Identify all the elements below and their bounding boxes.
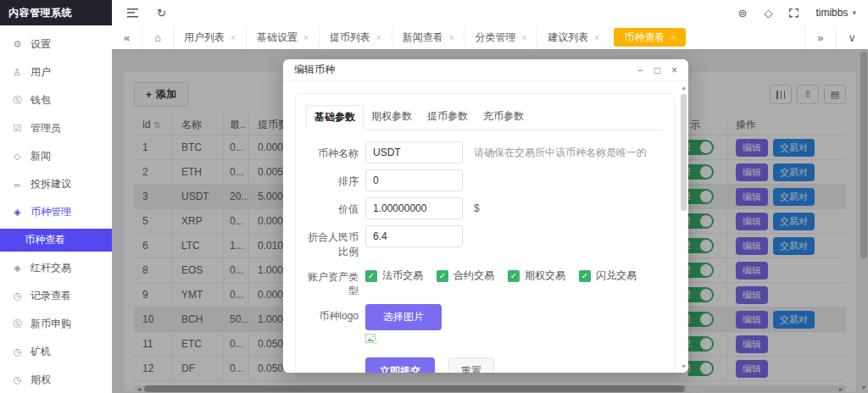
checkbox-label: 法币交易 <box>382 268 423 283</box>
checkbox-label: 期权交易 <box>525 268 565 283</box>
close-icon[interactable]: × <box>671 65 677 75</box>
cny-ratio-input[interactable] <box>365 225 463 247</box>
theme-icon[interactable]: ⊚ <box>738 7 748 19</box>
tab-label: 提币列表 <box>330 30 370 45</box>
tag-icon[interactable]: ◇ <box>764 7 772 19</box>
record-view-icon: ◷ <box>11 291 24 302</box>
asset-type-option[interactable]: ✓法币交易 <box>365 268 423 283</box>
sidebar-item-miner[interactable]: ◷矿机 <box>0 338 112 366</box>
modal-title: 编辑币种 <box>294 63 335 77</box>
field-label-asset-types: 账户资产类型 <box>306 265 359 299</box>
tabs-forward-icon[interactable]: » <box>804 25 835 49</box>
sidebar-item-label: 新闻 <box>31 149 51 163</box>
tabs-back-icon[interactable]: « <box>112 25 142 49</box>
sidebar-item-record-view[interactable]: ◷记录查看 <box>0 282 112 310</box>
checkbox-checked-icon[interactable]: ✓ <box>579 270 591 282</box>
checkbox-checked-icon[interactable]: ✓ <box>437 270 448 282</box>
modal-scrollbar[interactable]: ▴ ▾ <box>680 82 687 372</box>
modal-scroll-down-icon[interactable]: ▾ <box>680 363 687 370</box>
sidebar-item-coin-view[interactable]: 币种查看 <box>0 229 112 252</box>
tabbar-tabs: 用户列表×基础设置×提币列表×新闻查看×分类管理×建议列表×币种查看× <box>174 25 689 49</box>
tab-基础设置[interactable]: 基础设置× <box>247 25 320 49</box>
tab-label: 用户列表 <box>184 30 225 45</box>
tab-label: 币种查看 <box>624 30 665 45</box>
modal-tab-期权参数[interactable]: 期权参数 <box>364 105 420 130</box>
edit-coin-modal: 编辑币种 − □ × 基础参数期权参数提币参数充币参数 币种名称 请确保在交易所… <box>283 59 688 373</box>
tab-用户列表[interactable]: 用户列表× <box>174 25 247 49</box>
suggestions-icon: ∞ <box>11 180 24 190</box>
minimize-icon[interactable]: − <box>637 65 643 75</box>
sidebar-item-lever-trade[interactable]: ◈红杆交易 <box>0 254 112 282</box>
close-tab-icon[interactable]: × <box>670 33 676 42</box>
close-tab-icon[interactable]: × <box>303 33 309 42</box>
modal-scroll-up-icon[interactable]: ▴ <box>680 84 687 91</box>
user-caret-icon: ▾ <box>852 8 856 17</box>
modal-scrollbar-thumb[interactable] <box>681 94 687 211</box>
value-suffix: $ <box>474 202 480 214</box>
admins-icon: ☑ <box>11 123 24 134</box>
fullscreen-icon[interactable] <box>789 8 798 18</box>
sidebar-item-new-coin[interactable]: Ⓢ新币申购 <box>0 310 112 338</box>
tab-新闻查看[interactable]: 新闻查看× <box>392 25 465 49</box>
new-coin-icon: Ⓢ <box>11 318 24 330</box>
sidebar-item-coin-manage[interactable]: ◈币种管理 <box>0 198 112 226</box>
tab-提币列表[interactable]: 提币列表× <box>320 25 392 49</box>
sidebar-item-news[interactable]: ◇新闻 <box>0 142 112 170</box>
reset-button[interactable]: 重置 <box>448 357 494 373</box>
checkbox-checked-icon[interactable]: ✓ <box>365 270 377 282</box>
tab-币种查看[interactable]: 币种查看× <box>614 28 686 47</box>
sidebar-item-admins[interactable]: ☑管理员 <box>0 114 112 142</box>
modal-header: 编辑币种 − □ × <box>283 59 688 81</box>
close-tab-icon[interactable]: × <box>376 33 381 42</box>
checkbox-label: 闪兑交易 <box>596 268 637 283</box>
close-tab-icon[interactable]: × <box>594 33 599 42</box>
maximize-icon[interactable]: □ <box>654 65 660 75</box>
close-tab-icon[interactable]: × <box>231 33 236 42</box>
field-label-cny-ratio: 折合人民币比例 <box>306 225 359 259</box>
sidebar-item-label: 新币申购 <box>31 317 71 331</box>
asset-type-option[interactable]: ✓期权交易 <box>508 268 565 283</box>
sidebar-item-label: 管理员 <box>31 121 61 136</box>
modal-tab-提币参数[interactable]: 提币参数 <box>420 105 476 130</box>
tabbar: « ⌂ 用户列表×基础设置×提币列表×新闻查看×分类管理×建议列表×币种查看× … <box>112 25 868 49</box>
sidebar-item-settings[interactable]: ⚙设置 <box>0 30 112 58</box>
tab-label: 基础设置 <box>257 30 298 45</box>
tab-label: 分类管理 <box>475 30 515 45</box>
tab-分类管理[interactable]: 分类管理× <box>465 25 537 49</box>
value-input[interactable] <box>365 197 463 219</box>
tab-label: 建议列表 <box>548 30 588 45</box>
choose-image-button[interactable]: 选择图片 <box>365 304 442 330</box>
asset-type-option[interactable]: ✓合约交易 <box>437 268 494 283</box>
sidebar-menu: ⚙设置♙用户Ⓢ钱包☑管理员◇新闻∞投拆建议◈币种管理币种查看◈红杆交易◷记录查看… <box>0 25 112 393</box>
sidebar-item-label: 记录查看 <box>31 289 71 303</box>
collapse-menu-icon[interactable] <box>127 8 138 18</box>
top-header: ↻ ⊚ ◇ timibbs ▾ <box>112 0 868 25</box>
sidebar-item-suggestions[interactable]: ∞投拆建议 <box>0 170 112 198</box>
wallet-icon: Ⓢ <box>11 94 24 107</box>
lever-trade-icon: ◈ <box>11 263 24 274</box>
sidebar: 内容管理系统 ⚙设置♙用户Ⓢ钱包☑管理员◇新闻∞投拆建议◈币种管理币种查看◈红杆… <box>0 0 112 393</box>
submit-button[interactable]: 立即提交 <box>365 357 435 373</box>
close-tab-icon[interactable]: × <box>449 33 454 42</box>
sidebar-item-users[interactable]: ♙用户 <box>0 58 112 86</box>
miner-icon: ◷ <box>11 346 24 357</box>
sidebar-item-label: 币种管理 <box>31 205 71 219</box>
modal-tab-基础参数[interactable]: 基础参数 <box>306 105 364 130</box>
user-menu[interactable]: timibbs ▾ <box>815 7 856 19</box>
sort-input[interactable] <box>365 169 463 191</box>
modal-tab-充币参数[interactable]: 充币参数 <box>476 105 531 130</box>
asset-type-options: ✓法币交易✓合约交易✓期权交易✓闪兑交易 <box>365 265 650 287</box>
tab-建议列表[interactable]: 建议列表× <box>537 25 610 49</box>
sidebar-item-options[interactable]: ◷期权 <box>0 366 112 393</box>
sidebar-item-label: 设置 <box>31 37 51 52</box>
tabs-more-icon[interactable]: ∨ <box>835 25 868 49</box>
home-icon[interactable]: ⌂ <box>142 25 174 49</box>
sidebar-item-wallet[interactable]: Ⓢ钱包 <box>0 86 112 114</box>
refresh-icon[interactable]: ↻ <box>157 7 166 19</box>
asset-type-option[interactable]: ✓闪兑交易 <box>579 268 637 283</box>
sidebar-item-label: 矿机 <box>31 345 51 359</box>
close-tab-icon[interactable]: × <box>521 33 526 42</box>
coin-name-input[interactable] <box>365 141 463 163</box>
sidebar-item-label: 币种查看 <box>25 233 65 247</box>
checkbox-checked-icon[interactable]: ✓ <box>508 270 520 282</box>
